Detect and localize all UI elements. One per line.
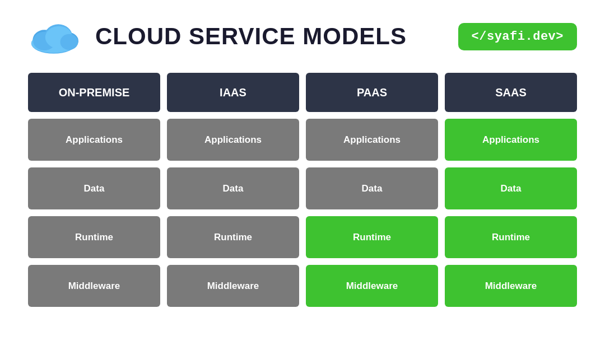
header-cell-iaas: IAAS <box>167 73 299 112</box>
cell-on-premise-middleware: Middleware <box>28 265 160 307</box>
cell-on-premise-data: Data <box>28 167 160 209</box>
header-cell-paas: PAAS <box>306 73 438 112</box>
cell-paas-data: Data <box>306 167 438 209</box>
svg-point-7 <box>61 34 78 50</box>
cell-saas-middleware: Middleware <box>445 265 577 307</box>
cell-saas-data: Data <box>445 167 577 209</box>
cell-iaas-runtime: Runtime <box>167 216 299 258</box>
cell-paas-applications: Applications <box>306 119 438 161</box>
cell-on-premise-runtime: Runtime <box>28 216 160 258</box>
cell-on-premise-applications: Applications <box>28 119 160 161</box>
cell-saas-runtime: Runtime <box>445 216 577 258</box>
header: CLOUD SERVICE MODELS </syafi.dev> <box>28 17 577 56</box>
page-title: CLOUD SERVICE MODELS <box>95 23 407 50</box>
cell-iaas-middleware: Middleware <box>167 265 299 307</box>
brand-badge: </syafi.dev> <box>458 23 577 50</box>
header-cell-saas: SAAS <box>445 73 577 112</box>
cell-iaas-applications: Applications <box>167 119 299 161</box>
cloud-icon <box>28 17 84 56</box>
page: CLOUD SERVICE MODELS </syafi.dev> ON-PRE… <box>0 0 605 364</box>
cell-paas-runtime: Runtime <box>306 216 438 258</box>
table-container: ON-PREMISEIAASPAASSAASApplicationsApplic… <box>28 73 577 307</box>
cell-saas-applications: Applications <box>445 119 577 161</box>
header-left: CLOUD SERVICE MODELS <box>28 17 407 56</box>
cell-paas-middleware: Middleware <box>306 265 438 307</box>
header-cell-on-premise: ON-PREMISE <box>28 73 160 112</box>
cell-iaas-data: Data <box>167 167 299 209</box>
